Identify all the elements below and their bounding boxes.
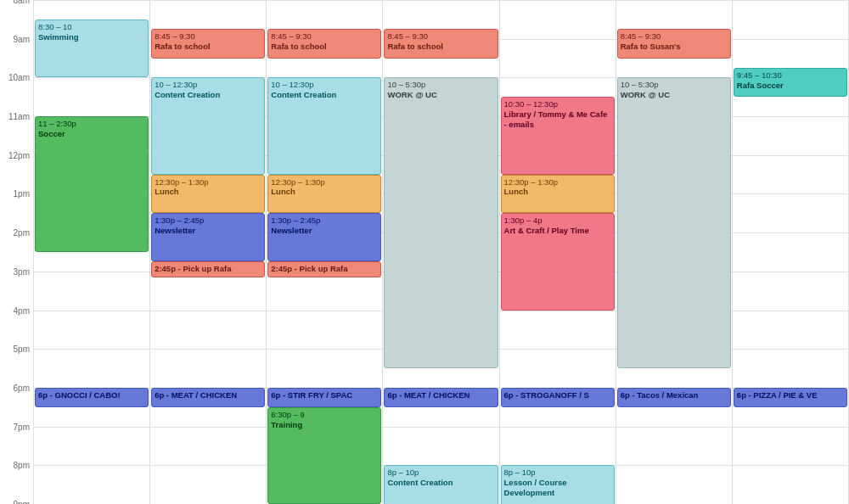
event-0-1[interactable]: 11 – 2:30pSoccer xyxy=(35,116,149,252)
event-1-0[interactable]: 8:45 – 9:30Rafa to school xyxy=(151,29,265,58)
event-1-2[interactable]: 12:30p – 1:30pLunch xyxy=(151,175,265,214)
event-5-1[interactable]: 10 – 5:30pWORK @ UC xyxy=(617,77,731,368)
day-column-6: 9:45 – 10:30Rafa Soccer6p - PIZZA / PIE … xyxy=(733,0,849,504)
time-label-9pm: 9pm xyxy=(14,500,30,505)
event-3-0[interactable]: 8:45 – 9:30Rafa to school xyxy=(384,29,498,58)
time-label-3pm: 3pm xyxy=(14,266,30,276)
event-5-0[interactable]: 8:45 – 9:30Rafa to Susan's xyxy=(617,29,731,58)
time-column: 8am9am10am11am12pm1pm2pm3pm4pm5pm6pm7pm8… xyxy=(0,0,34,504)
event-1-5[interactable]: 6p - MEAT / CHICKEN xyxy=(151,388,265,407)
event-3-2[interactable]: 6p - MEAT / CHICKEN xyxy=(384,388,498,407)
event-3-1[interactable]: 10 – 5:30pWORK @ UC xyxy=(384,77,498,368)
day-column-3: 8:45 – 9:30Rafa to school10 – 5:30pWORK … xyxy=(383,0,499,504)
time-label-5pm: 5pm xyxy=(14,344,30,354)
time-label-1pm: 1pm xyxy=(14,189,30,199)
day-column-1: 8:45 – 9:30Rafa to school10 – 12:30pCont… xyxy=(150,0,267,504)
event-4-3[interactable]: 6p - STROGANOFF / S xyxy=(501,388,615,407)
event-4-0[interactable]: 10:30 – 12:30pLibrary / Tommy & Me Cafe … xyxy=(501,97,615,174)
event-2-4[interactable]: 2:45p - Pick up Rafa xyxy=(267,261,381,277)
time-label-7pm: 7pm xyxy=(14,422,30,431)
event-2-3[interactable]: 1:30p – 2:45pNewsletter xyxy=(267,213,381,261)
event-0-2[interactable]: 6p - GNOCCI / CABO! xyxy=(35,388,149,407)
event-4-2[interactable]: 1:30p – 4pArt & Craft / Play Time xyxy=(501,213,615,310)
event-2-5[interactable]: 6p - STIR FRY / SPAC xyxy=(267,388,381,407)
time-label-6pm: 6pm xyxy=(14,383,30,392)
day-column-2: 8:45 – 9:30Rafa to school10 – 12:30pCont… xyxy=(267,0,383,504)
event-5-2[interactable]: 6p - Tacos / Mexican xyxy=(617,388,731,407)
event-1-1[interactable]: 10 – 12:30pContent Creation xyxy=(151,77,265,174)
event-1-4[interactable]: 2:45p - Pick up Rafa xyxy=(151,261,265,277)
event-4-1[interactable]: 12:30p – 1:30pLunch xyxy=(501,175,615,214)
event-0-0[interactable]: 8:30 – 10Swimming xyxy=(35,20,149,78)
days-container: 8:30 – 10Swimming11 – 2:30pSoccer6p - GN… xyxy=(34,0,849,504)
event-2-2[interactable]: 12:30p – 1:30pLunch xyxy=(267,175,381,214)
time-label-4pm: 4pm xyxy=(14,305,30,315)
event-4-4[interactable]: 8p – 10pLesson / Course Development xyxy=(501,465,615,504)
event-6-1[interactable]: 6p - PIZZA / PIE & VE xyxy=(734,388,847,407)
time-label-10am: 10am xyxy=(8,73,30,82)
event-1-3[interactable]: 1:30p – 2:45pNewsletter xyxy=(151,213,265,261)
calendar-container: 8am9am10am11am12pm1pm2pm3pm4pm5pm6pm7pm8… xyxy=(0,0,849,504)
event-2-0[interactable]: 8:45 – 9:30Rafa to school xyxy=(267,29,381,58)
day-column-5: 8:45 – 9:30Rafa to Susan's10 – 5:30pWORK… xyxy=(616,0,733,504)
event-2-1[interactable]: 10 – 12:30pContent Creation xyxy=(267,77,381,174)
time-label-8pm: 8pm xyxy=(14,461,30,470)
time-label-12pm: 12pm xyxy=(8,150,30,160)
day-column-0: 8:30 – 10Swimming11 – 2:30pSoccer6p - GN… xyxy=(34,0,150,504)
event-2-6[interactable]: 6:30p – 9Training xyxy=(267,407,381,504)
time-label-8am: 8am xyxy=(14,0,30,5)
time-label-2pm: 2pm xyxy=(14,228,30,238)
event-6-0[interactable]: 9:45 – 10:30Rafa Soccer xyxy=(734,68,847,97)
time-label-9am: 9am xyxy=(14,34,30,43)
day-column-4: 10:30 – 12:30pLibrary / Tommy & Me Cafe … xyxy=(500,0,616,504)
time-label-11am: 11am xyxy=(8,112,30,121)
event-3-3[interactable]: 8p – 10pContent Creation xyxy=(384,465,498,504)
